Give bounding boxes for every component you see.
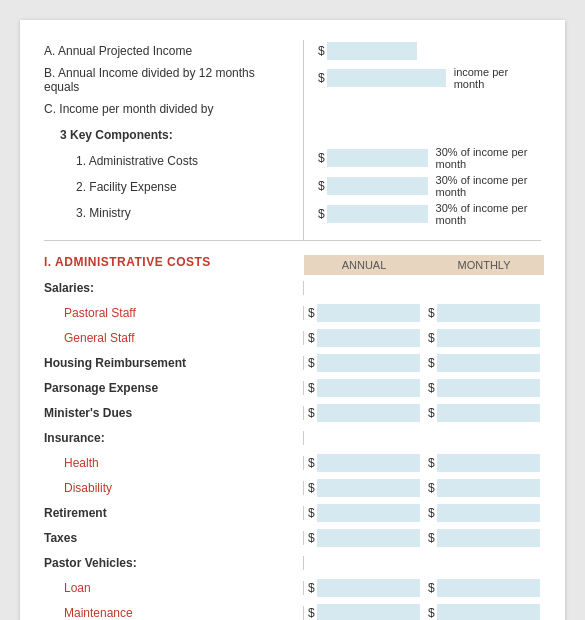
input-pastoral-monthly[interactable] bbox=[437, 304, 540, 322]
section-header: I. Administrative Costs ANNUAL MONTHLY bbox=[44, 255, 541, 275]
label-housing: Housing Reimbursement bbox=[44, 356, 304, 370]
cell-general-monthly: $ bbox=[424, 329, 544, 347]
dollar-a: $ bbox=[318, 44, 325, 58]
input-ministers-annual[interactable] bbox=[317, 404, 420, 422]
label-maintenance: Maintenance bbox=[44, 606, 304, 620]
cell-loan-monthly: $ bbox=[424, 579, 544, 597]
dollar-disability-m: $ bbox=[428, 481, 435, 495]
val-row-c bbox=[318, 94, 541, 116]
cell-disability-annual: $ bbox=[304, 479, 424, 497]
input-loan-annual[interactable] bbox=[317, 579, 420, 597]
input-health-annual[interactable] bbox=[317, 454, 420, 472]
cell-health-monthly: $ bbox=[424, 454, 544, 472]
input-ministry[interactable] bbox=[327, 205, 428, 223]
input-housing-monthly[interactable] bbox=[437, 354, 540, 372]
input-general-annual[interactable] bbox=[317, 329, 420, 347]
label-ministers: Minister's Dues bbox=[44, 406, 304, 420]
row-2: 2. Facility Expense bbox=[44, 176, 293, 198]
cell-ministers-monthly: $ bbox=[424, 404, 544, 422]
dollar-general-a: $ bbox=[308, 331, 315, 345]
dollar-loan-a: $ bbox=[308, 581, 315, 595]
input-ministers-monthly[interactable] bbox=[437, 404, 540, 422]
label-2: 2. Facility Expense bbox=[44, 180, 177, 194]
top-values: $ $ income per month $ 30% of income per… bbox=[304, 40, 541, 240]
cell-retirement-monthly: $ bbox=[424, 504, 544, 522]
col-header-monthly: MONTHLY bbox=[424, 255, 544, 275]
dollar-ministers-a: $ bbox=[308, 406, 315, 420]
label-insurance-header: Insurance: bbox=[44, 431, 304, 445]
label-general: General Staff bbox=[44, 331, 304, 345]
dollar-parsonage-a: $ bbox=[308, 381, 315, 395]
cell-maintenance-annual: $ bbox=[304, 604, 424, 620]
val-row-key bbox=[318, 120, 541, 142]
row-loan: Loan $ $ bbox=[44, 577, 541, 599]
label-salaries: Salaries: bbox=[44, 281, 304, 295]
input-parsonage-annual[interactable] bbox=[317, 379, 420, 397]
row-disability: Disability $ $ bbox=[44, 477, 541, 499]
label-taxes: Taxes bbox=[44, 531, 304, 545]
top-labels: A. Annual Projected Income B. Annual Inc… bbox=[44, 40, 304, 240]
input-admin[interactable] bbox=[327, 149, 428, 167]
input-housing-annual[interactable] bbox=[317, 354, 420, 372]
row-a: A. Annual Projected Income bbox=[44, 40, 293, 62]
cell-ministers-annual: $ bbox=[304, 404, 424, 422]
dollar-b: $ bbox=[318, 71, 325, 85]
input-maintenance-monthly[interactable] bbox=[437, 604, 540, 620]
cell-housing-monthly: $ bbox=[424, 354, 544, 372]
dollar-maintenance-m: $ bbox=[428, 606, 435, 620]
cell-housing-annual: $ bbox=[304, 354, 424, 372]
row-retirement: Retirement $ $ bbox=[44, 502, 541, 524]
input-health-monthly[interactable] bbox=[437, 454, 540, 472]
val-row-a: $ bbox=[318, 40, 541, 62]
input-facility[interactable] bbox=[327, 177, 428, 195]
row-b: B. Annual Income divided by 12 months eq… bbox=[44, 66, 293, 94]
input-monthly-income[interactable] bbox=[327, 69, 446, 87]
label-vehicles-header: Pastor Vehicles: bbox=[44, 556, 304, 570]
input-pastoral-annual[interactable] bbox=[317, 304, 420, 322]
row-health: Health $ $ bbox=[44, 452, 541, 474]
page-container: A. Annual Projected Income B. Annual Inc… bbox=[20, 20, 565, 620]
section-title-cell: I. Administrative Costs bbox=[44, 255, 304, 275]
input-disability-monthly[interactable] bbox=[437, 479, 540, 497]
col-header-annual: ANNUAL bbox=[304, 255, 424, 275]
input-taxes-monthly[interactable] bbox=[437, 529, 540, 547]
note-1: 30% of income per month bbox=[436, 146, 541, 170]
dollar-taxes-m: $ bbox=[428, 531, 435, 545]
input-loan-monthly[interactable] bbox=[437, 579, 540, 597]
row-c: C. Income per month divided by bbox=[44, 98, 293, 120]
label-retirement: Retirement bbox=[44, 506, 304, 520]
cell-taxes-monthly: $ bbox=[424, 529, 544, 547]
input-parsonage-monthly[interactable] bbox=[437, 379, 540, 397]
note-2: 30% of income per month bbox=[436, 174, 541, 198]
row-parsonage: Parsonage Expense $ $ bbox=[44, 377, 541, 399]
dollar-retirement-a: $ bbox=[308, 506, 315, 520]
cell-parsonage-monthly: $ bbox=[424, 379, 544, 397]
input-retirement-annual[interactable] bbox=[317, 504, 420, 522]
val-row-2: $ 30% of income per month bbox=[318, 174, 541, 198]
dollar-1: $ bbox=[318, 151, 325, 165]
cell-pastoral-monthly: $ bbox=[424, 304, 544, 322]
input-general-monthly[interactable] bbox=[437, 329, 540, 347]
dollar-health-m: $ bbox=[428, 456, 435, 470]
input-retirement-monthly[interactable] bbox=[437, 504, 540, 522]
val-row-b: $ income per month bbox=[318, 66, 541, 90]
row-pastoral: Pastoral Staff $ $ bbox=[44, 302, 541, 324]
row-vehicles-header: Pastor Vehicles: bbox=[44, 552, 541, 574]
row-1: 1. Administrative Costs bbox=[44, 150, 293, 172]
note-b: income per month bbox=[454, 66, 541, 90]
input-annual-income[interactable] bbox=[327, 42, 417, 60]
input-maintenance-annual[interactable] bbox=[317, 604, 420, 620]
cell-pastoral-annual: $ bbox=[304, 304, 424, 322]
dollar-housing-a: $ bbox=[308, 356, 315, 370]
dollar-maintenance-a: $ bbox=[308, 606, 315, 620]
cell-taxes-annual: $ bbox=[304, 529, 424, 547]
label-parsonage: Parsonage Expense bbox=[44, 381, 304, 395]
input-disability-annual[interactable] bbox=[317, 479, 420, 497]
row-key: 3 Key Components: bbox=[44, 124, 293, 146]
note-3: 30% of income per month bbox=[436, 202, 541, 226]
dollar-3: $ bbox=[318, 207, 325, 221]
row-taxes: Taxes $ $ bbox=[44, 527, 541, 549]
dollar-loan-m: $ bbox=[428, 581, 435, 595]
dollar-parsonage-m: $ bbox=[428, 381, 435, 395]
input-taxes-annual[interactable] bbox=[317, 529, 420, 547]
